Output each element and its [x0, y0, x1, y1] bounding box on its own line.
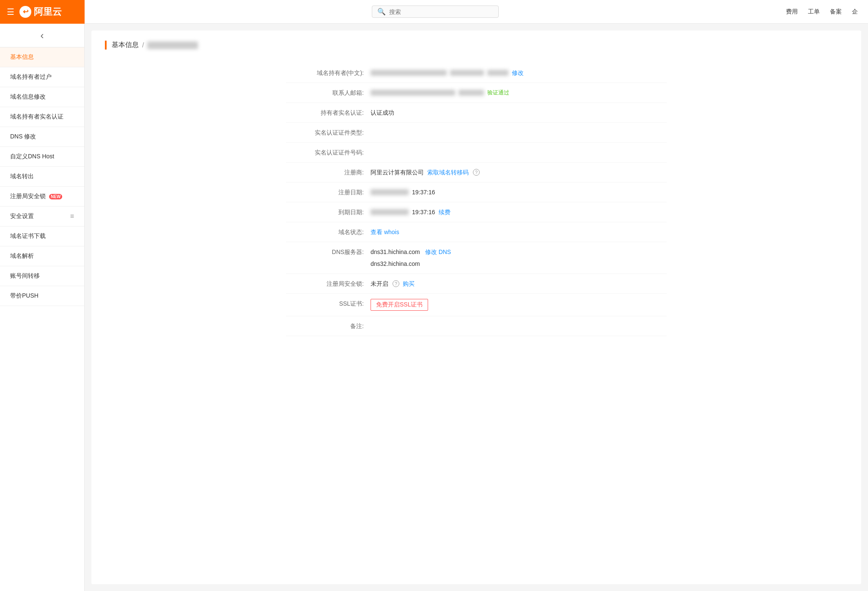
sidebar-item-holder-transfer[interactable]: 域名持有者过户 — [0, 67, 84, 87]
dns-block: dns31.hichina.com 修改 DNS dns32.hichina.c… — [371, 247, 451, 268]
sidebar-item-account-transfer[interactable]: 账号间转移 — [0, 266, 84, 286]
blurred-email — [371, 90, 455, 96]
sidebar-item-basic-info[interactable]: 基本信息 — [0, 47, 84, 67]
field-cert-type: 实名认证证件类型: — [286, 123, 667, 143]
value-dns-server: dns31.hichina.com 修改 DNS dns32.hichina.c… — [371, 247, 667, 268]
modify-holder-link[interactable]: 修改 — [512, 68, 524, 77]
field-remarks: 备注: — [286, 316, 667, 336]
blurred-holder3 — [487, 70, 508, 76]
search-area: 🔍 — [85, 6, 786, 18]
lock-question-icon[interactable]: ? — [393, 280, 399, 287]
buy-lock-link[interactable]: 购买 — [403, 279, 415, 288]
question-icon[interactable]: ? — [473, 169, 480, 176]
sidebar-item-realname-auth[interactable]: 域名持有者实名认证 — [0, 107, 84, 127]
value-ssl-cert: 免费开启SSL证书 — [371, 299, 667, 311]
breadcrumb-base: 基本信息 — [112, 41, 139, 50]
sidebar-back-button[interactable]: ‹ — [0, 24, 84, 47]
header: ☰ ↩ 阿里云 🔍 费用 工单 备案 企 — [0, 0, 868, 24]
field-cert-number: 实名认证证件号码: — [286, 143, 667, 163]
label-registrar: 注册商: — [286, 168, 371, 177]
dns1: dns31.hichina.com — [371, 247, 420, 257]
search-input[interactable] — [389, 8, 493, 15]
field-domain-status: 域名状态: 查看 whois — [286, 222, 667, 242]
sidebar-label: 域名解析 — [10, 252, 34, 260]
logo-text-label: 阿里云 — [34, 6, 62, 18]
blurred-expire-date — [371, 209, 409, 215]
breadcrumb: 基本信息 / — [105, 41, 848, 50]
expire-date-time: 19:37:16 — [412, 207, 435, 217]
registrar-name: 阿里云计算有限公司 — [371, 168, 424, 177]
value-registrar: 阿里云计算有限公司 索取域名转移码 ? — [371, 168, 667, 177]
info-table: 域名持有者(中文): 修改 联系人邮箱: 验证通过 持有者 — [286, 63, 667, 336]
whois-link[interactable]: 查看 whois — [371, 227, 399, 237]
lock-status: 未开启 — [371, 279, 388, 288]
dns-row-1: dns31.hichina.com 修改 DNS — [371, 247, 451, 257]
sidebar-item-custom-dns[interactable]: 自定义DNS Host — [0, 147, 84, 167]
field-holder-auth: 持有者实名认证: 认证成功 — [286, 103, 667, 123]
sidebar-item-domain-transfer[interactable]: 域名转出 — [0, 167, 84, 187]
logo: ↩ 阿里云 — [19, 6, 62, 18]
modify-dns-link[interactable]: 修改 DNS — [425, 247, 451, 257]
hamburger-icon[interactable]: ☰ — [7, 7, 14, 17]
search-icon: 🔍 — [377, 8, 386, 16]
new-badge: NEW — [49, 194, 62, 199]
sidebar-item-registrar-lock[interactable]: 注册局安全锁 NEW — [0, 187, 84, 207]
label-dns-server: DNS服务器: — [286, 247, 371, 257]
blurred-holder2 — [450, 70, 484, 76]
sidebar-label: 带价PUSH — [10, 292, 38, 300]
label-domain-status: 域名状态: — [286, 227, 371, 237]
search-box: 🔍 — [372, 6, 499, 18]
nav-fees[interactable]: 费用 — [786, 8, 798, 16]
sidebar-label: DNS 修改 — [10, 133, 36, 141]
blurred-email2 — [459, 90, 484, 96]
value-domain-holder-cn: 修改 — [371, 68, 667, 77]
value-expire-date: 19:37:16 续费 — [371, 207, 667, 217]
ssl-cert-button[interactable]: 免费开启SSL证书 — [371, 299, 428, 311]
auth-status: 认证成功 — [371, 108, 394, 117]
value-holder-auth: 认证成功 — [371, 108, 667, 117]
sidebar-label: 自定义DNS Host — [10, 153, 54, 160]
field-registrar-lock: 注册局安全锁: 未开启 ? 购买 — [286, 274, 667, 294]
field-reg-date: 注册日期: 19:37:16 — [286, 182, 667, 202]
header-nav: 费用 工单 备案 企 — [786, 8, 868, 16]
value-contact-email: 验证通过 — [371, 88, 667, 97]
nav-beian[interactable]: 备案 — [830, 8, 842, 16]
sidebar-label: 域名证书下载 — [10, 232, 46, 240]
sidebar: ‹ 基本信息 域名持有者过户 域名信息修改 域名持有者实名认证 DNS 修改 自… — [0, 24, 85, 591]
field-contact-email: 联系人邮箱: 验证通过 — [286, 83, 667, 103]
value-reg-date: 19:37:16 — [371, 188, 667, 197]
nav-enterprise[interactable]: 企 — [852, 8, 858, 16]
dns2: dns32.hichina.com — [371, 259, 420, 268]
label-cert-number: 实名认证证件号码: — [286, 148, 371, 157]
sidebar-label: 账号间转移 — [10, 272, 40, 280]
sidebar-label: 注册局安全锁 — [10, 193, 46, 200]
blurred-holder — [371, 70, 447, 76]
nav-ticket[interactable]: 工单 — [808, 8, 820, 16]
back-arrow-icon: ‹ — [41, 30, 44, 41]
label-cert-type: 实名认证证件类型: — [286, 128, 371, 137]
sidebar-item-price-push[interactable]: 带价PUSH — [0, 286, 84, 306]
field-domain-holder-cn: 域名持有者(中文): 修改 — [286, 63, 667, 83]
logo-area: ☰ ↩ 阿里云 — [0, 0, 85, 24]
field-dns-server: DNS服务器: dns31.hichina.com 修改 DNS dns32.h… — [286, 242, 667, 274]
sidebar-label: 域名持有者实名认证 — [10, 113, 63, 121]
renew-link[interactable]: 续费 — [439, 207, 450, 217]
blurred-reg-date — [371, 189, 409, 195]
sidebar-item-dns-resolve[interactable]: 域名解析 — [0, 246, 84, 266]
sidebar-item-dns-modify[interactable]: DNS 修改 — [0, 127, 84, 147]
sidebar-item-info-modify[interactable]: 域名信息修改 — [0, 87, 84, 107]
reg-date-time: 19:37:16 — [412, 188, 435, 197]
label-holder-auth: 持有者实名认证: — [286, 108, 371, 117]
transfer-code-link[interactable]: 索取域名转移码 — [427, 168, 469, 177]
sidebar-item-security[interactable]: 安全设置 ≡ — [0, 207, 84, 226]
layout: ‹ 基本信息 域名持有者过户 域名信息修改 域名持有者实名认证 DNS 修改 自… — [0, 24, 868, 591]
sidebar-label: 基本信息 — [10, 53, 34, 61]
label-remarks: 备注: — [286, 321, 371, 331]
value-domain-status: 查看 whois — [371, 227, 667, 237]
dns-row-2: dns32.hichina.com — [371, 259, 451, 268]
sidebar-item-cert-download[interactable]: 域名证书下载 — [0, 226, 84, 246]
field-expire-date: 到期日期: 19:37:16 续费 — [286, 202, 667, 222]
label-contact-email: 联系人邮箱: — [286, 88, 371, 97]
sidebar-label: 域名转出 — [10, 173, 34, 180]
sidebar-label: 安全设置 — [10, 213, 34, 220]
